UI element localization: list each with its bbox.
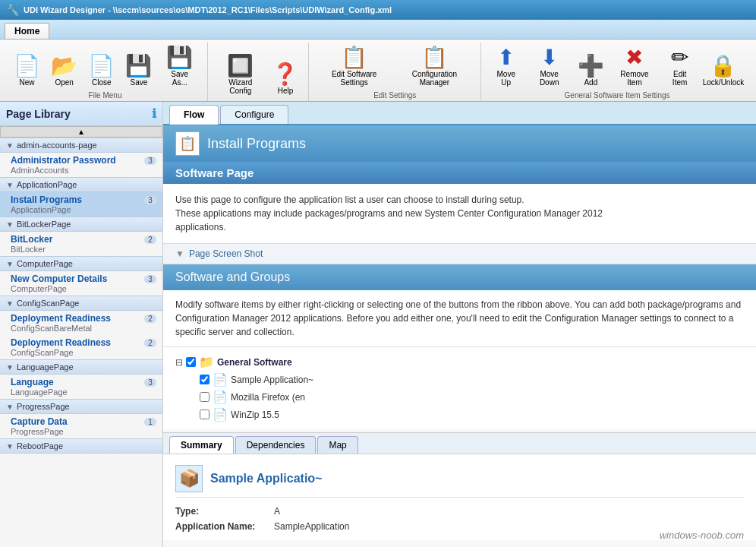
new-button[interactable]: 📄 New — [9, 52, 45, 90]
ribbon-group-general-buttons: ⬆ Move Up ⬇ Move Down ➕ Add ✖ Remove Ite… — [487, 44, 747, 90]
sidebar-category-reboot: ▼ RebootPage — [0, 438, 162, 454]
tree-group-checkbox[interactable] — [186, 357, 196, 367]
ribbon: Home 📄 New 📂 Open 📄 Close 💾 Sa — [0, 20, 756, 102]
edit-item-button[interactable]: ✏ Edit Item — [661, 44, 698, 90]
type-label: Type: — [175, 506, 274, 517]
tree-item-3-icon: 📄 — [213, 407, 228, 422]
help-button[interactable]: ❓ Help — [269, 61, 303, 98]
screenshot-arrow-icon: ▼ — [175, 248, 184, 259]
sidebar-category-computer: ▼ ComputerPage — [0, 256, 162, 271]
close-button[interactable]: 📄 Close — [83, 52, 119, 90]
wizard-config-icon: 🔲 — [227, 55, 254, 77]
detail-app-icon: 📦 — [175, 465, 203, 492]
screenshot-toggle[interactable]: ▼ Page Screen Shot — [163, 244, 756, 264]
appname-value: SampleApplication — [274, 521, 349, 532]
sw-desc-2: These applications may include packages/… — [175, 207, 744, 220]
bitlocker-item-content: BitLocker BitLocker — [11, 234, 52, 254]
tab-configure[interactable]: Configure — [220, 105, 288, 124]
new-label: New — [20, 78, 35, 87]
wizard-config-button[interactable]: 🔲 Wizard Config — [214, 52, 267, 98]
close-icon: 📄 — [88, 55, 115, 77]
save-icon: 💾 — [125, 55, 152, 77]
tab-dependencies[interactable]: Dependencies — [235, 436, 317, 454]
tab-summary[interactable]: Summary — [169, 436, 234, 454]
computer-category-label: ComputerPage — [17, 259, 73, 268]
ribbon-group-edit-buttons: 📋 Edit Software Settings 📋 Configuration… — [315, 44, 474, 90]
ribbon-tab-home[interactable]: Home — [5, 23, 49, 39]
bottom-tabs: Summary Dependencies Map — [163, 432, 756, 454]
sidebar-item-administrator-password[interactable]: Administrator Password AdminAccounts 3 — [0, 153, 162, 177]
config-item-content-2: Deployment Readiness ConfigScanPage — [11, 337, 111, 357]
tree-item-3-label: WinZip 15.5 — [231, 409, 279, 420]
sidebar-item-deployment-readiness-1[interactable]: Deployment Readiness ConfigScanBareMetal… — [0, 311, 162, 335]
tree-item-3-checkbox[interactable] — [200, 409, 209, 419]
open-label: Open — [55, 78, 73, 87]
ribbon-group-file-buttons: 📄 New 📂 Open 📄 Close 💾 Save 💾 Sav — [9, 44, 201, 90]
sw-desc-1: Use this page to configure the applicati… — [175, 193, 744, 207]
add-label: Add — [584, 78, 597, 87]
content-area: Flow Configure 📋 Install Programs Softwa… — [163, 102, 756, 547]
tree-child-3: 📄 WinZip 15.5 — [200, 406, 744, 423]
save-as-button[interactable]: 💾 Save As... — [158, 44, 201, 90]
sidebar-item-deployment-readiness-2[interactable]: Deployment Readiness ConfigScanPage 2 — [0, 335, 162, 359]
lock-unlock-button[interactable]: 🔒 Lock/Unlock — [700, 52, 747, 90]
sidebar-header: Page Library ℹ — [0, 102, 162, 126]
arrow-icon: ▼ — [6, 260, 14, 268]
ribbon-content: 📄 New 📂 Open 📄 Close 💾 Save 💾 Sav — [0, 40, 756, 101]
sidebar-item-computer-details[interactable]: New Computer Details ComputerPage 3 — [0, 271, 162, 296]
tree-item-1-checkbox[interactable] — [200, 375, 209, 384]
bitlocker-item-row: BitLocker BitLocker 2 — [11, 234, 156, 254]
admin-item-row: Administrator Password AdminAccounts 3 — [11, 155, 156, 175]
tree-item-2-checkbox[interactable] — [200, 392, 209, 402]
language-category-label: LanguagePage — [17, 362, 74, 372]
ribbon-tabs: Home — [0, 20, 756, 40]
edit-software-settings-button[interactable]: 📋 Edit Software Settings — [315, 44, 392, 90]
open-button[interactable]: 📂 Open — [46, 52, 82, 90]
tree-expand-icon[interactable]: ⊟ — [175, 357, 183, 368]
sw-desc-3: applications. — [175, 220, 744, 234]
app-item-badge: 3 — [144, 196, 156, 204]
sidebar-item-capture-data[interactable]: Capture Data ProgressPage 1 — [0, 414, 162, 438]
tab-map[interactable]: Map — [317, 436, 358, 454]
app-item-row: Install Programs ApplicationPage 3 — [11, 194, 156, 214]
move-down-label: Move Down — [531, 70, 567, 87]
config-manager-label: Configuration Manager — [400, 70, 469, 87]
detail-app-name: Sample Applicatio~ — [210, 472, 322, 485]
sidebar-item-language[interactable]: Language LanguagePage 3 — [0, 375, 162, 399]
page-header-icon: 📋 — [175, 131, 200, 156]
config-item-row-1: Deployment Readiness ConfigScanBareMetal… — [11, 313, 156, 333]
computer-item-content: New Computer Details ComputerPage — [11, 274, 107, 293]
bitlocker-item-sub: BitLocker — [11, 245, 52, 254]
close-label: Close — [92, 78, 112, 87]
computer-item-badge: 3 — [144, 275, 156, 283]
tree-area: ⊟ 📁 General Software 📄 Sample Applicatio… — [163, 347, 756, 429]
sidebar-category-progress: ▼ ProgressPage — [0, 399, 162, 414]
arrow-icon: ▼ — [6, 363, 14, 372]
remove-item-button[interactable]: ✖ Remove Item — [610, 44, 660, 90]
configuration-manager-button[interactable]: 📋 Configuration Manager — [395, 44, 474, 90]
screenshot-label: Page Screen Shot — [189, 248, 263, 259]
help-icon: ❓ — [272, 64, 298, 85]
sidebar-scroll-up[interactable]: ▲ — [0, 126, 162, 138]
edit-software-icon: 📋 — [341, 47, 367, 68]
move-down-button[interactable]: ⬇ Move Down — [526, 44, 572, 90]
page-title: Install Programs — [207, 136, 306, 152]
config-item-badge-1: 2 — [144, 315, 156, 323]
arrow-icon: ▼ — [6, 403, 14, 411]
config-item-sub-1: ConfigScanBareMetal — [11, 324, 111, 333]
move-down-icon: ⬇ — [540, 47, 558, 68]
sidebar-item-install-programs[interactable]: Install Programs ApplicationPage 3 — [0, 192, 162, 217]
add-button[interactable]: ➕ Add — [574, 52, 608, 90]
tab-flow[interactable]: Flow — [169, 105, 219, 125]
detail-fields: Type: A Application Name: SampleApplicat… — [175, 504, 744, 534]
detail-header: 📦 Sample Applicatio~ — [175, 460, 744, 498]
move-up-button[interactable]: ⬆ Move Up — [487, 44, 524, 90]
info-icon[interactable]: ℹ — [152, 106, 156, 121]
sw-groups-desc: Modify software items by either right-cl… — [163, 290, 756, 347]
sidebar-title: Page Library — [6, 108, 71, 120]
new-icon: 📄 — [14, 55, 40, 77]
save-button[interactable]: 💾 Save — [121, 52, 156, 90]
detail-appname-field: Application Name: SampleApplication — [175, 519, 744, 534]
edit-item-icon: ✏ — [671, 47, 688, 68]
sidebar-item-bitlocker[interactable]: BitLocker BitLocker 2 — [0, 232, 162, 256]
